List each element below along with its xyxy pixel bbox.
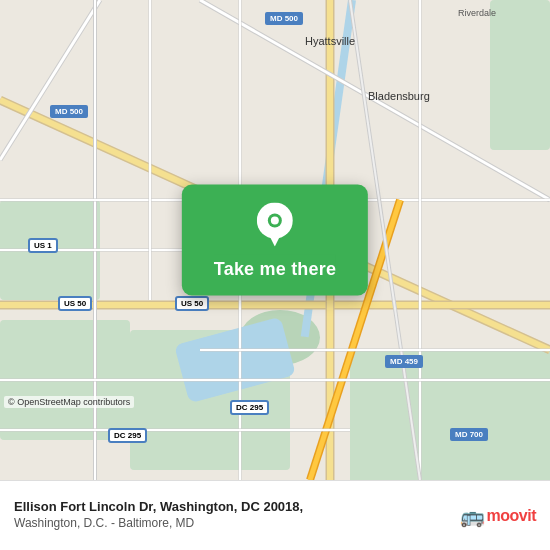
moovit-logo: 🚌 moovit xyxy=(460,504,536,528)
location-pin-icon xyxy=(257,203,293,247)
osm-attribution: © OpenStreetMap contributors xyxy=(4,396,134,408)
bottom-info-panel: Ellison Fort Lincoln Dr, Washington, DC … xyxy=(0,480,550,550)
location-name: Ellison Fort Lincoln Dr, Washington, DC … xyxy=(14,499,460,516)
road-badge-md500-left: MD 500 xyxy=(50,105,88,118)
location-info: Ellison Fort Lincoln Dr, Washington, DC … xyxy=(14,499,460,531)
city-label-hyattsville: Hyattsville xyxy=(305,35,355,47)
road-badge-us1: US 1 xyxy=(28,238,58,253)
road-badge-us50-mid: US 50 xyxy=(175,296,209,311)
svg-marker-35 xyxy=(267,231,283,247)
moovit-brand-text: moovit xyxy=(487,507,536,525)
road-badge-us50-left: US 50 xyxy=(58,296,92,311)
road-badge-dc295-bottom: DC 295 xyxy=(230,400,269,415)
city-label-bladensburg: Bladensburg xyxy=(368,90,430,102)
location-region: Washington, D.C. - Baltimore, MD xyxy=(14,516,460,532)
cta-overlay: Take me there xyxy=(182,185,368,296)
svg-point-34 xyxy=(271,217,279,225)
city-label-riverdale: Riverdale xyxy=(458,8,496,18)
road-badge-md459: MD 459 xyxy=(385,355,423,368)
moovit-bus-icon: 🚌 xyxy=(460,504,485,528)
pin-svg xyxy=(257,203,293,247)
map-view: MD 500 MD 500 US 1 US 50 US 50 DC 295 DC… xyxy=(0,0,550,480)
cta-card: Take me there xyxy=(182,185,368,296)
take-me-there-button[interactable]: Take me there xyxy=(214,255,336,280)
road-badge-dc295-2: DC 295 xyxy=(108,428,147,443)
road-badge-md500-top: MD 500 xyxy=(265,12,303,25)
road-badge-md700: MD 700 xyxy=(450,428,488,441)
